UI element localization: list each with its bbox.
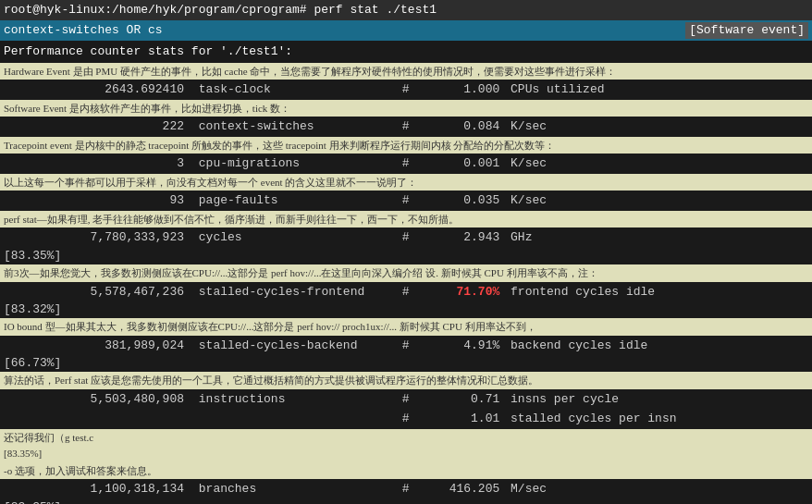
row-cycles: 7,780,333,923 cycles # 2.943 GHz [0,227,812,248]
cycles-value: 2.943 [416,228,499,247]
row-instructions: 5,503,480,908 instructions # 0.71 insns … [0,389,812,410]
branches-metric: branches [191,480,395,498]
cpu-mig-hash: # [402,156,410,170]
task-clock-number: 2643.692410 [4,80,184,99]
cpu-mig-value: 0.001 [416,154,499,173]
cpu-mig-unit: K/sec [507,156,547,170]
task-clock-metric: task-clock [191,80,395,99]
row-stalled-frontend: 5,578,467,236 stalled-cycles-frontend # … [0,282,812,302]
cycles-number: 7,780,333,923 [4,228,184,247]
row-task-clock: 2643.692410 task-clock # 1.000 CPUs util… [0,80,812,100]
row-perf-stat: perf stat—如果有理, 老手往往能够做到不信不忙，循序渐进，而新手则往往… [0,211,812,228]
stalled-fe-unit: frontend cycles idle [507,285,655,299]
instr-value: 0.71 [416,390,499,409]
branches-number: 1,100,318,134 [4,480,184,498]
prompt: root@hyk-linux:/home/hyk/program/cprogra… [4,3,437,17]
stalled-be-number: 381,989,024 [4,337,184,355]
row-note3: IO bound 型—如果其太大，我多数初侧侧应该在CPU://...这部分是 … [0,318,812,336]
command-line: root@hyk-linux:/home/hyk/program/cprogra… [0,0,812,20]
terminal-window: root@hyk-linux:/home/hyk/program/cprogra… [0,0,812,504]
row-software-event: Software Event 是内核软件产生的事件，比如进程切换，tick 数： [0,100,812,117]
row-note5b: [83.35%] [0,446,812,461]
cycles-metric: cycles [191,228,395,247]
row-context-switches: 222 context-switches # 0.084 K/sec [0,117,812,137]
cpu-mig-metric: cpu-migrations [191,154,395,173]
stalled-be-hash: # [402,338,410,352]
row-stalled-backend-bracket: [66.73%] [0,355,812,372]
row-tracepoint: Tracepoint event 是内核中的静态 tracepoint 所触发的… [0,137,812,154]
stalled-be-metric: stalled-cycles-backend [191,337,395,355]
stalled-be-value: 4.91% [416,337,499,355]
instr2-unit: stalled cycles per insn [507,412,676,425]
row-note1: 以上这每一个事件都可以用于采样，向没有文档对每一个 event 的含义这里就不一… [0,174,812,191]
main-content: Hardware Event 是由 PMU 硬件产生的事件，比如 cache 命… [0,63,812,504]
row-note5: 还记得我们（g test.c [0,429,812,447]
stalled-be-unit: backend cycles idle [507,338,647,352]
task-clock-hash: # [402,82,410,96]
page-fault-unit: K/sec [507,193,547,207]
row-cpu-migrations: 3 cpu-migrations # 0.001 K/sec [0,154,812,174]
branches-unit: M/sec [507,482,547,496]
row-branches: 1,100,318,134 branches # 416.205 M/sec [0,479,812,499]
page-fault-hash: # [402,193,410,207]
instr-hash: # [402,392,410,406]
stalled-fe-metric: stalled-cycles-frontend [191,283,395,301]
highlight-left: context-switches OR cs [4,22,163,39]
stats-header: Performance counter stats for './test1': [0,41,812,63]
stalled-fe-value: 71.70% [416,283,499,301]
task-clock-value: 1.000 [416,80,499,99]
cpu-mig-number: 3 [4,154,184,173]
task-clock-unit: CPUs utilized [507,82,604,96]
row-stalled-backend: 381,989,024 stalled-cycles-backend # 4.9… [0,336,812,356]
ctx-switch-hash: # [402,119,410,133]
row-note5-wrapper: 还记得我们（g test.c [0,429,812,447]
row-note4: 算法的话，Perf stat 应该是您需先使用的一个工具，它通过概括精简的方式提… [0,372,812,389]
row-instructions-2: # 1.01 stalled cycles per insn [0,409,812,429]
highlight-right: [Software event] [685,22,808,39]
instr2-value: 1.01 [416,410,499,428]
row-page-faults: 93 page-faults # 0.035 K/sec [0,191,812,211]
cycles-unit: GHz [507,230,532,244]
row-cycles-bracket: [83.35%] [0,248,812,264]
ctx-switch-number: 222 [4,117,184,136]
page-fault-value: 0.035 [416,191,499,210]
ctx-switch-metric: context-switches [191,117,395,136]
row-note2: 前3次—如果您觉大，我多数初测侧应该在CPU://...这部分是 perf ho… [0,264,812,282]
stalled-fe-hash: # [402,285,410,299]
highlight-bar: context-switches OR cs [Software event] [0,20,812,41]
stalled-fe-red-value: 71.70% [456,285,499,299]
instr-unit: insns per cycle [507,392,619,406]
cycles-hash: # [402,230,410,244]
page-fault-metric: page-faults [191,191,395,210]
branches-value: 416.205 [416,480,499,498]
instr-number: 5,503,480,908 [4,390,184,409]
row-branches-bracket: [83.35%] [0,499,812,504]
ctx-switch-value: 0.084 [416,117,499,136]
stalled-fe-number: 5,578,467,236 [4,283,184,301]
instr2-hash: # [402,412,410,425]
row-stalled-frontend-bracket: [83.32%] [0,301,812,318]
ctx-switch-unit: K/sec [507,119,547,133]
branches-hash: # [402,482,410,496]
row-hardware-event: Hardware Event 是由 PMU 硬件产生的事件，比如 cache 命… [0,63,812,80]
page-fault-number: 93 [4,191,184,210]
row-note6: -o 选项，加入调试和答案来信息。 [0,462,812,480]
instr-metric: instructions [191,390,395,409]
